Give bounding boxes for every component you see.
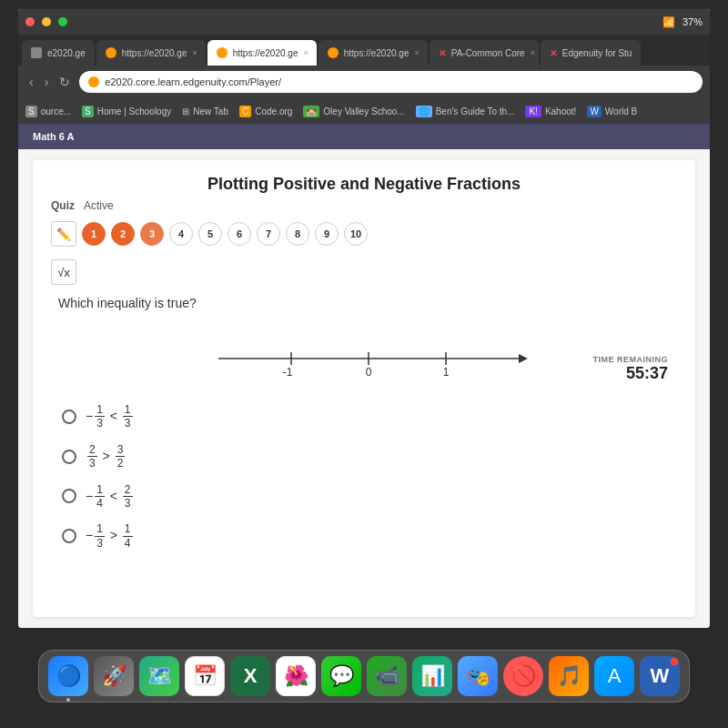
pencil-tool-button[interactable]: ✏️ (51, 221, 76, 247)
bookmark-favicon: W (587, 106, 601, 117)
dock-container: 🔵 🚀 🗺️ 📅 X 🌺 💬 📹 (38, 628, 690, 710)
question-btn-9[interactable]: 9 (315, 222, 339, 246)
browser-tab-3[interactable]: https://e2020.ge × (318, 40, 428, 66)
tab-x-favicon: ✕ (550, 48, 557, 58)
tab-favicon (106, 47, 116, 58)
bookmark-bens-guide[interactable]: 🌐 Ben's Guide To th... (416, 106, 515, 117)
answer-choice-b[interactable]: 23 > 32 (62, 443, 666, 470)
question-btn-3[interactable]: 3 (140, 222, 164, 246)
tab-close-icon[interactable]: × (531, 48, 535, 57)
choice-b-text: 23 > 32 (86, 443, 126, 470)
quiz-label: Quiz (51, 199, 75, 212)
dock-launchpad[interactable]: 🚀 (94, 656, 134, 696)
tab-x-favicon: ✕ (439, 48, 446, 58)
bookmark-label: Oley Valley Schoo... (323, 106, 404, 116)
bookmark-label: Home | Schoology (97, 106, 172, 116)
tool-row: √x (51, 259, 677, 285)
question-btn-10[interactable]: 10 (344, 222, 368, 246)
dock-music[interactable]: 🎵 (549, 656, 589, 696)
tab-close-icon[interactable]: × (192, 48, 197, 57)
bookmark-favicon: C (239, 106, 251, 117)
browser-tab-4[interactable]: ✕ PA-Common Core × (430, 40, 539, 66)
bookmark-kahoot[interactable]: K! Kahoot! (525, 106, 576, 117)
bookmark-world[interactable]: W World B (587, 106, 637, 117)
choice-c-text: −14 < 23 (86, 483, 135, 511)
battery-indicator: 37% (682, 16, 703, 27)
bookmark-codeorg[interactable]: C Code.org (239, 106, 292, 117)
bookmark-favicon: 🌐 (416, 106, 432, 117)
answer-choices: −13 < 13 23 > 32 (51, 399, 677, 553)
bookmark-label: Kahoot! (545, 106, 576, 116)
tab-label: PA-Common Core (451, 48, 525, 58)
svg-text:1: 1 (443, 366, 450, 379)
radio-d[interactable] (62, 529, 76, 543)
question-btn-7[interactable]: 7 (257, 222, 280, 246)
forward-button[interactable]: › (41, 73, 53, 91)
dock-messages[interactable]: 💬 (321, 656, 361, 696)
answer-choice-a[interactable]: −13 < 13 (62, 403, 666, 430)
dock-keynote[interactable]: 🎭 (458, 656, 498, 696)
browser-tab-0[interactable]: e2020.ge (22, 40, 95, 66)
dock-finder[interactable]: 🔵 (48, 656, 88, 696)
answer-choice-d[interactable]: −13 > 14 (62, 522, 666, 550)
choice-a-text: −13 < 13 (86, 403, 135, 430)
choice-d-text: −13 > 14 (86, 522, 135, 550)
bookmark-icon: ⊞ (182, 106, 189, 116)
question-btn-4[interactable]: 4 (169, 222, 193, 246)
question-navigation: ✏️ 1 2 3 4 5 6 7 8 9 10 (51, 221, 677, 247)
dock-no-entry[interactable]: 🚫 (503, 656, 543, 696)
bookmark-label: Ben's Guide To th... (436, 106, 515, 116)
radio-c[interactable] (62, 489, 76, 503)
question-btn-2[interactable]: 2 (111, 222, 135, 246)
dock-word-badge (671, 658, 678, 665)
question-text: Which inequality is true? (51, 292, 677, 314)
macos-status-bar: 📶 37% (662, 16, 703, 28)
maximize-window-btn[interactable] (58, 17, 67, 26)
dock-appstore[interactable]: A (594, 656, 634, 696)
tab-close-icon[interactable]: × (303, 48, 308, 57)
quiz-container: TIME REMAINING 55:37 Plotting Positive a… (33, 160, 695, 617)
back-button[interactable]: ‹ (25, 73, 37, 91)
dock-photos[interactable]: 🌺 (276, 656, 316, 696)
bookmark-favicon: 🏫 (303, 106, 319, 117)
question-btn-6[interactable]: 6 (228, 222, 251, 246)
question-btn-5[interactable]: 5 (198, 222, 222, 246)
laptop-bezel: 📶 37% e2020.ge https://e2020.ge × https:… (0, 0, 728, 728)
bookmark-favicon: K! (525, 106, 541, 117)
macos-topbar: 📶 37% (18, 9, 710, 35)
dock-calendar[interactable]: 📅 (185, 656, 225, 696)
bookmark-schoology[interactable]: S Home | Schoology (82, 106, 171, 117)
tab-label: Edgenuity for Stu (562, 48, 632, 58)
dock-facetime[interactable]: 📹 (367, 656, 407, 696)
tab-close-icon[interactable]: × (414, 48, 419, 57)
answer-choice-c[interactable]: −14 < 23 (62, 483, 666, 511)
svg-marker-1 (519, 354, 528, 363)
radio-b[interactable] (62, 450, 76, 464)
bookmark-label: ource... (41, 106, 71, 116)
dock-numbers[interactable]: 📊 (412, 656, 452, 696)
browser-tab-2[interactable]: https://e2020.ge × (207, 40, 317, 66)
dock-maps[interactable]: 🗺️ (139, 656, 179, 696)
address-bar[interactable]: e2020.core.learn.edgenuity.com/Player/ (79, 71, 703, 93)
address-text: e2020.core.learn.edgenuity.com/Player/ (105, 76, 281, 87)
nav-buttons: ‹ › ↻ (25, 73, 74, 91)
sqrt-tool-button[interactable]: √x (51, 259, 76, 285)
browser-tab-1[interactable]: https://e2020.ge × (96, 40, 206, 66)
dock-excel[interactable]: X (230, 656, 270, 696)
bookmark-favicon: S (82, 106, 94, 117)
bookmark-newtab[interactable]: ⊞ New Tab (182, 106, 228, 116)
bookmark-oley[interactable]: 🏫 Oley Valley Schoo... (303, 106, 404, 117)
minimize-window-btn[interactable] (42, 17, 51, 26)
question-btn-1[interactable]: 1 (82, 222, 106, 246)
bookmark-source[interactable]: S ource... (25, 106, 71, 117)
browser-tab-5[interactable]: ✕ Edgenuity for Stu (541, 40, 642, 66)
refresh-button[interactable]: ↻ (56, 73, 74, 91)
screen: 📶 37% e2020.ge https://e2020.ge × https:… (18, 9, 710, 628)
question-btn-8[interactable]: 8 (286, 222, 309, 246)
dock: 🔵 🚀 🗺️ 📅 X 🌺 💬 📹 (38, 650, 690, 703)
close-window-btn[interactable] (25, 17, 35, 26)
dock-word[interactable]: W (640, 656, 680, 696)
number-line-container: -1 0 1 (51, 329, 677, 399)
address-favicon (88, 76, 99, 87)
radio-a[interactable] (62, 410, 76, 424)
